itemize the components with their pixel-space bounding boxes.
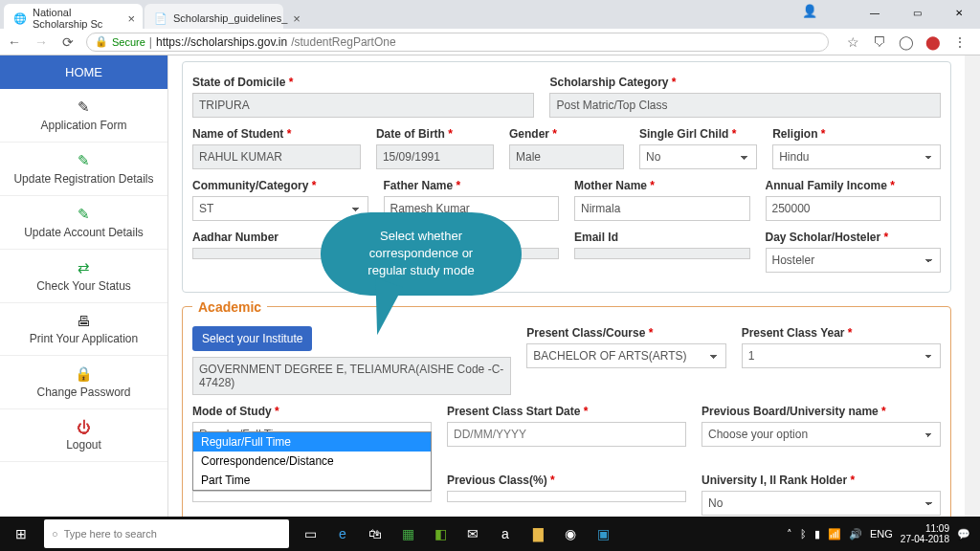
present-year-select[interactable]: 1	[742, 343, 941, 368]
start-date-input[interactable]	[447, 422, 686, 447]
close-icon[interactable]: ×	[293, 11, 301, 26]
institute-select[interactable]: GOVERNMENT DEGREE E, TELIAMURA(AISHE Cod…	[192, 357, 511, 395]
secure-badge: 🔒 Secure	[95, 35, 145, 48]
browser-tab[interactable]: 📄 Scholarship_guidelines_ ×	[145, 4, 283, 29]
sidebar-item-logout[interactable]: ⏻Logout	[0, 409, 167, 462]
edit-icon: ✎	[4, 99, 164, 116]
store-icon[interactable]: 🛍	[360, 517, 390, 551]
present-class-select[interactable]: BACHELOR OF ARTS(ARTS)	[526, 343, 725, 368]
tab-title: National Scholarship Sc	[33, 7, 122, 30]
mother-name-input[interactable]: Nirmala	[574, 196, 750, 221]
volume-icon[interactable]: 🔊	[849, 528, 862, 540]
photos-icon[interactable]: ▣	[588, 517, 618, 551]
religion-select[interactable]: Hindu	[772, 144, 941, 169]
folder-icon[interactable]: ▇	[523, 517, 553, 551]
select-institute-button[interactable]: Select your Institute	[192, 326, 312, 351]
battery-icon[interactable]: ▮	[814, 528, 820, 540]
address-bar[interactable]: 🔒 Secure | https://scholarships.gov.in/s…	[86, 33, 829, 52]
mode-dropdown-list: Regular/Full Time Correspondence/Distanc…	[192, 431, 432, 491]
browser-tab[interactable]: 🌐 National Scholarship Sc ×	[4, 4, 143, 29]
home-button[interactable]: HOME	[0, 55, 167, 89]
amazon-icon[interactable]: a	[490, 517, 521, 551]
maximize-button[interactable]: ▭	[896, 0, 938, 25]
income-input[interactable]: 250000	[766, 196, 942, 221]
extension-icon[interactable]: ⬤	[924, 34, 942, 50]
browser-toolbar: ← → ⟳ 🔒 Secure | https://scholarships.go…	[0, 29, 980, 55]
sidebar-item-check-status[interactable]: ⇄Check Your Status	[0, 250, 167, 303]
forward-icon[interactable]: →	[33, 34, 50, 50]
profile-icon[interactable]: 👤	[802, 4, 817, 18]
notifications-icon[interactable]: 💬	[957, 528, 970, 540]
tab-favicon: 🌐	[13, 12, 27, 25]
shield-icon[interactable]: ⛉	[871, 34, 888, 50]
tab-title: Scholarship_guidelines_	[173, 12, 287, 24]
print-icon: 🖶	[4, 313, 164, 329]
mode-option-correspondence[interactable]: Correspondence/Distance	[193, 452, 431, 471]
windows-taskbar: ⊞ ○ Type here to search ▭ e 🛍 ▦ ◧ ✉ a ▇ …	[0, 517, 980, 551]
system-tray: ˄ ᛒ ▮ 📶 🔊 ENG 11:09 27-04-2018 💬	[787, 523, 980, 544]
window-controls: — ▭ ✕	[854, 0, 980, 25]
instruction-callout: Select whether correspondence or regular…	[321, 212, 522, 296]
tray-chevron-icon[interactable]: ˄	[787, 528, 792, 540]
prev-percent-input[interactable]	[447, 491, 686, 502]
back-icon[interactable]: ←	[6, 34, 23, 50]
menu-icon[interactable]: ⋮	[951, 34, 969, 50]
sidebar-item-change-password[interactable]: 🔒Change Password	[0, 356, 167, 409]
tab-favicon: 📄	[154, 12, 167, 25]
star-icon[interactable]: ☆	[844, 34, 861, 50]
edit-icon: ✎	[4, 152, 164, 169]
scrollbar[interactable]	[965, 55, 980, 517]
chrome-icon[interactable]: ◉	[555, 517, 586, 551]
mode-option-regular[interactable]: Regular/Full Time	[193, 432, 431, 452]
arrows-icon: ⇄	[4, 259, 164, 276]
rank-holder-select[interactable]: No	[702, 491, 941, 516]
power-icon: ⏻	[4, 419, 164, 435]
state-select[interactable]: TRIPURA	[192, 93, 534, 118]
close-button[interactable]: ✕	[938, 0, 980, 25]
mail-icon[interactable]: ✉	[457, 517, 488, 551]
taskbar-search[interactable]: ○ Type here to search	[44, 519, 289, 548]
edit-icon: ✎	[4, 206, 164, 223]
category-label: Scholarship Category	[549, 76, 668, 89]
prev-board-select[interactable]: Choose your option	[702, 422, 941, 447]
day-scholar-select[interactable]: Hosteler	[766, 248, 942, 273]
academic-section-title: Academic	[192, 299, 267, 315]
taskbar-clock[interactable]: 11:09 27-04-2018	[901, 523, 949, 544]
lock-icon: 🔒	[4, 365, 164, 383]
close-icon[interactable]: ×	[127, 11, 135, 26]
app-sidebar: HOME ✎Application Form ✎Update Registrat…	[0, 55, 168, 517]
sidebar-item-application-form[interactable]: ✎Application Form	[0, 89, 167, 143]
scholarship-category-select[interactable]: Post Matric/Top Class	[549, 93, 941, 118]
app-icon[interactable]: ▦	[392, 517, 423, 551]
email-input[interactable]	[574, 248, 750, 259]
passing-year-input[interactable]	[192, 491, 432, 502]
state-label: State of Domicile	[192, 76, 285, 89]
bluetooth-icon[interactable]: ᛒ	[800, 528, 807, 540]
wifi-icon[interactable]: 📶	[828, 528, 841, 540]
sidebar-item-update-registration[interactable]: ✎Update Registration Details	[0, 143, 167, 196]
extension-icon[interactable]: ◯	[898, 34, 915, 50]
sidebar-item-update-account[interactable]: ✎Update Account Details	[0, 196, 167, 250]
single-girl-child-select[interactable]: No	[639, 144, 757, 169]
name-input[interactable]: RAHUL KUMAR	[192, 144, 361, 169]
edge-icon[interactable]: e	[327, 517, 358, 551]
dob-input[interactable]: 15/09/1991	[376, 144, 494, 169]
minimize-button[interactable]: —	[854, 0, 896, 25]
task-view-icon[interactable]: ▭	[295, 517, 325, 551]
gender-select[interactable]: Male	[509, 144, 624, 169]
main-content: State of Domicile * TRIPURA Scholarship …	[168, 55, 965, 517]
language-indicator[interactable]: ENG	[870, 528, 893, 540]
mode-option-parttime[interactable]: Part Time	[193, 471, 431, 490]
start-button[interactable]: ⊞	[0, 526, 42, 541]
app-icon[interactable]: ◧	[425, 517, 456, 551]
reload-icon[interactable]: ⟳	[59, 34, 77, 50]
sidebar-item-print[interactable]: 🖶Print Your Application	[0, 303, 167, 356]
browser-tab-strip: 🌐 National Scholarship Sc × 📄 Scholarshi…	[0, 0, 980, 29]
